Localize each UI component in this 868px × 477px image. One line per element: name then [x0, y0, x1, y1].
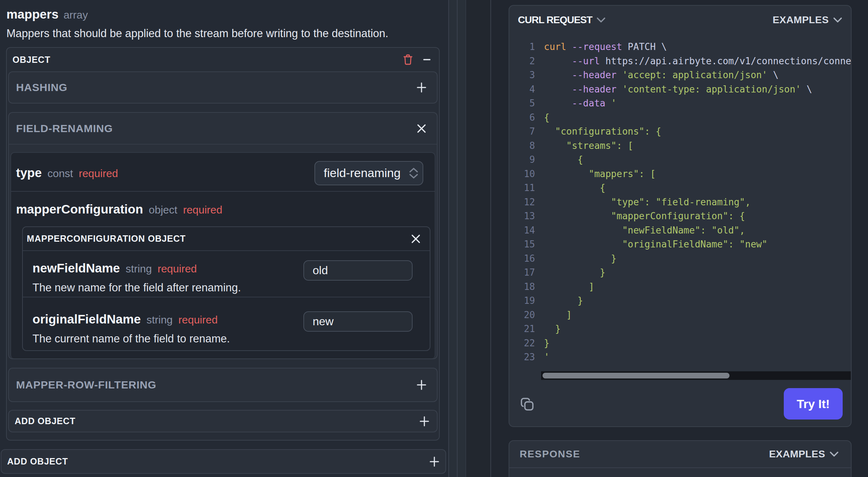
original-field-name-value: new [313, 315, 334, 328]
param-name: mappers [6, 7, 59, 21]
mapper-configuration-label: mapperConfigurationobjectrequired [16, 201, 222, 218]
code-line: 6{ [510, 111, 850, 125]
line-number: 8 [510, 139, 535, 153]
code-footer: Try It! [509, 380, 851, 426]
line-number: 1 [510, 40, 535, 54]
line-code: --header 'content-type: application/json… [544, 82, 812, 97]
line-code: } [544, 336, 550, 351]
param-type: array [64, 9, 88, 21]
hashing-section-title: HASHING [16, 81, 67, 94]
line-number: 11 [510, 181, 535, 195]
line-number: 10 [510, 167, 535, 181]
new-field-name: newFieldName [32, 261, 120, 275]
mapper-configuration-close-icon[interactable] [411, 234, 420, 243]
line-number: 16 [510, 252, 535, 266]
mapper-row-filtering-add-icon[interactable] [417, 380, 426, 390]
line-code: "newFieldName": "old", [544, 224, 745, 238]
original-field-name-text-stack: originalFieldNamestringrequired The curr… [32, 311, 230, 346]
line-code: { [544, 153, 583, 167]
new-field-name-label: newFieldNamestringrequired [32, 260, 241, 277]
hashing-add-icon[interactable] [417, 82, 426, 92]
line-code: curl --request PATCH \ [544, 40, 667, 54]
new-field-name-required: required [157, 263, 197, 275]
add-object-inner-button[interactable]: ADD OBJECT [8, 410, 438, 432]
type-select[interactable]: field-renaming [314, 161, 423, 185]
try-it-button[interactable]: Try It! [784, 388, 843, 420]
object-panel-title: OBJECT [12, 55, 50, 65]
code-line: 11 { [510, 181, 850, 195]
code-line: 18 ] [510, 280, 850, 294]
code-lines[interactable]: 1curl --request PATCH \2 --url https://a… [510, 40, 850, 365]
line-number: 17 [510, 266, 535, 280]
object-panel-header: OBJECT [7, 48, 439, 71]
hashing-section[interactable]: HASHING [8, 71, 438, 104]
line-code: } [544, 294, 583, 308]
curl-request-chevron-down-icon[interactable] [596, 17, 606, 23]
api-reference-page: mappersarray Mappers that should be appl… [0, 0, 868, 477]
new-field-name-input[interactable]: old [303, 260, 413, 281]
curl-request-title: CURL REQUEST [518, 14, 592, 26]
mapper-configuration-panel-header: MAPPERCONFIGURATION OBJECT [23, 227, 430, 251]
original-field-name-input[interactable]: new [303, 311, 413, 332]
line-code: "mappers": [ [544, 167, 656, 181]
line-code: } [544, 252, 617, 266]
code-line: 5 --data ' [510, 96, 850, 111]
response-examples-label[interactable]: EXAMPLES [769, 448, 825, 460]
add-object-outer-label: ADD OBJECT [7, 456, 68, 467]
line-code: "originalFieldName": "new" [544, 237, 767, 252]
mapper-configuration-required: required [183, 204, 222, 216]
line-number: 15 [510, 237, 535, 252]
mapper-row-filtering-section[interactable]: MAPPER-ROW-FILTERING [8, 368, 438, 402]
divider-line [457, 0, 458, 477]
new-field-name-value: old [313, 264, 328, 277]
collapse-object-button[interactable] [423, 55, 430, 65]
line-code: --data ' [544, 96, 617, 111]
mapper-configuration-panel-title: MAPPERCONFIGURATION OBJECT [27, 234, 186, 244]
line-code: ] [544, 308, 572, 322]
line-number: 3 [510, 68, 535, 82]
line-number: 9 [510, 153, 535, 167]
copy-code-button[interactable] [521, 398, 534, 411]
code-line: 20 ] [510, 308, 850, 322]
response-header: RESPONSE EXAMPLES [509, 441, 851, 468]
code-line: 14 "newFieldName": "old", [510, 224, 850, 238]
delete-object-button[interactable] [403, 54, 413, 65]
line-number: 14 [510, 224, 535, 238]
field-renaming-body: typeconstrequired field-renaming [10, 152, 435, 358]
code-horizontal-scrollbar[interactable] [541, 371, 851, 380]
response-examples-chevron-down-icon[interactable] [829, 451, 839, 457]
line-number: 22 [510, 336, 535, 351]
code-line: 13 "mapperConfiguration": { [510, 209, 850, 224]
mapper-configuration-name: mapperConfiguration [16, 202, 143, 216]
code-line: 21 } [510, 322, 850, 336]
original-field-name-required: required [178, 314, 218, 326]
curl-examples-label[interactable]: EXAMPLES [773, 14, 829, 26]
line-code: --header 'accept: application/json' \ [544, 68, 778, 82]
field-renaming-close-icon[interactable] [417, 124, 426, 133]
code-line: 7 "configurations": { [510, 125, 850, 139]
add-object-outer-plus-icon [430, 457, 439, 467]
code-line: 22} [510, 336, 850, 351]
original-field-name-description: The current name of the field to rename. [32, 331, 230, 346]
line-number: 21 [510, 322, 535, 336]
response-panel: RESPONSE EXAMPLES [509, 440, 852, 477]
field-renaming-title: FIELD-RENAMING [16, 122, 113, 135]
line-number: 13 [510, 209, 535, 224]
field-renaming-header[interactable]: FIELD-RENAMING [9, 113, 437, 145]
code-line: 9 { [510, 153, 850, 167]
type-field-name: type [16, 166, 42, 180]
type-field-row: typeconstrequired field-renaming [11, 153, 435, 192]
code-line: 2 --url https://api.airbyte.com/v1/conne… [510, 54, 850, 69]
line-number: 18 [510, 280, 535, 294]
curl-request-panel: CURL REQUEST EXAMPLES 1curl --request PA… [509, 5, 852, 427]
new-field-name-description: The new name for the field after renamin… [32, 280, 241, 295]
curl-examples-chevron-down-icon[interactable] [833, 17, 842, 23]
line-code: --url https://api.airbyte.com/v1/connect… [544, 54, 852, 69]
param-header: mappersarray [6, 6, 88, 24]
schema-form-column: mappersarray Mappers that should be appl… [0, 0, 448, 477]
line-code: "type": "field-renaming", [544, 195, 751, 210]
line-code: { [544, 181, 605, 195]
original-field-name: originalFieldName [32, 312, 141, 326]
code-scrollbar-thumb[interactable] [542, 373, 730, 378]
add-object-outer-button[interactable]: ADD OBJECT [1, 449, 446, 474]
